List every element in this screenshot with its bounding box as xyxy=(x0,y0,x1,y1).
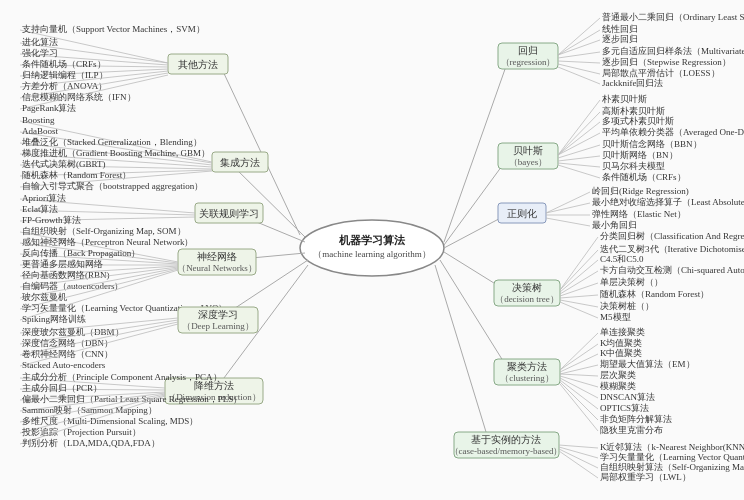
svg-text:期望最大值算法（EM）: 期望最大值算法（EM） xyxy=(600,359,695,369)
svg-text:最小绝对收缩选择算子（Least Absolute Shri: 最小绝对收缩选择算子（Least Absolute Shrinkage and … xyxy=(592,197,744,207)
svg-text:单层决策树（）: 单层决策树（） xyxy=(600,277,663,287)
svg-text:单连接聚类: 单连接聚类 xyxy=(600,327,645,337)
svg-text:Eclat算法: Eclat算法 xyxy=(22,204,59,214)
deep-learning-label: 深度学习 xyxy=(198,309,238,320)
svg-text:Spiking网络训练: Spiking网络训练 xyxy=(22,314,86,324)
svg-text:（bayes）: （bayes） xyxy=(509,157,548,167)
svg-text:深度玻尔兹曼机（DBM）: 深度玻尔兹曼机（DBM） xyxy=(22,327,124,337)
svg-point-1 xyxy=(300,220,444,276)
svg-text:（Neural Networks）: （Neural Networks） xyxy=(177,263,257,273)
svg-text:卷积神经网络（CNN）: 卷积神经网络（CNN） xyxy=(22,349,113,359)
clustering-label: 聚类方法 xyxy=(507,361,547,372)
svg-text:非负矩阵分解算法: 非负矩阵分解算法 xyxy=(600,414,672,424)
decision-tree-label: 决策树 xyxy=(512,282,542,293)
svg-text:随机森林（Random Forest）: 随机森林（Random Forest） xyxy=(600,289,709,299)
svg-text:卡方自动交互检测（Chi-squared Automatic: 卡方自动交互检测（Chi-squared Automatic Interacti… xyxy=(600,265,744,275)
svg-text:岭回归(Ridge Regression): 岭回归(Ridge Regression) xyxy=(592,186,689,196)
svg-text:Jackknife回归法: Jackknife回归法 xyxy=(602,78,663,88)
svg-text:自输入引导式聚合（bootstrapped aggregat: 自输入引导式聚合（bootstrapped aggregation） xyxy=(22,181,203,191)
neural-networks-label: 神经网络 xyxy=(197,251,237,262)
svg-text:高斯朴素贝叶斯: 高斯朴素贝叶斯 xyxy=(602,106,665,116)
svg-text:玻尔兹曼机: 玻尔兹曼机 xyxy=(22,292,67,302)
svg-text:条件随机场（CRFs）: 条件随机场（CRFs） xyxy=(602,172,686,182)
svg-text:学习矢量量化（Learning Vector Quantiz: 学习矢量量化（Learning Vector Quantization，LVQ） xyxy=(600,452,744,462)
svg-text:自组织映射算法（Self-Organizing Map，SO: 自组织映射算法（Self-Organizing Map，SOM） xyxy=(600,462,744,472)
svg-text:多维尺度（Multi-Dimensional Scaling: 多维尺度（Multi-Dimensional Scaling, MDS） xyxy=(22,416,198,426)
svg-text:PageRank算法: PageRank算法 xyxy=(22,103,77,113)
svg-text:逐步回归: 逐步回归 xyxy=(602,34,638,44)
svg-text:主成分分析（Principle Component Anal: 主成分分析（Principle Component Analysis，PCA） xyxy=(22,372,222,382)
svg-text:线性回归: 线性回归 xyxy=(602,24,638,34)
svg-text:C4.5和C5.0: C4.5和C5.0 xyxy=(600,254,644,264)
svg-text:K近邻算法（k-Nearest Neighbor(KNN)）: K近邻算法（k-Nearest Neighbor(KNN)） xyxy=(600,442,744,452)
svg-text:DNSCAN算法: DNSCAN算法 xyxy=(600,392,655,402)
svg-text:普通最小二乘回归（Ordinary Least Square: 普通最小二乘回归（Ordinary Least Square Regressio… xyxy=(602,12,744,22)
svg-text:条件随机场（CRFs）: 条件随机场（CRFs） xyxy=(22,59,106,69)
svg-text:主成分回归（PCR）: 主成分回归（PCR） xyxy=(22,383,102,393)
svg-text:反向传播（Back Propagation）: 反向传播（Back Propagation） xyxy=(22,248,140,258)
svg-text:深度信念网络（DBN）: 深度信念网络（DBN） xyxy=(22,338,113,348)
svg-text:层次聚类: 层次聚类 xyxy=(600,370,636,380)
regression-label: 回归 xyxy=(518,45,538,56)
svg-text:Stacked Auto-encoders: Stacked Auto-encoders xyxy=(22,360,106,370)
svg-text:K均值聚类: K均值聚类 xyxy=(600,338,643,348)
center-subtitle: （machine learning algorithm） xyxy=(313,249,430,259)
svg-text:（case-based/memory-based）: （case-based/memory-based） xyxy=(450,446,563,456)
svg-text:贝叶斯信念网络（BBN）: 贝叶斯信念网络（BBN） xyxy=(602,139,702,149)
svg-text:AdaBoost: AdaBoost xyxy=(22,126,58,136)
svg-text:随机森林（Random Forest）: 随机森林（Random Forest） xyxy=(22,170,131,180)
svg-text:自编码器（autoencoders）: 自编码器（autoencoders） xyxy=(22,281,123,291)
svg-text:（Deep Learning）: （Deep Learning） xyxy=(182,321,254,331)
svg-text:朴素贝叶斯: 朴素贝叶斯 xyxy=(601,94,647,104)
center-title: 机器学习算法 xyxy=(338,234,406,246)
svg-text:K中值聚类: K中值聚类 xyxy=(600,348,643,358)
svg-text:更普通多层感知网络: 更普通多层感知网络 xyxy=(22,259,103,269)
svg-text:FP-Growth算法: FP-Growth算法 xyxy=(22,215,81,225)
svg-text:径向基函数网络(RBN): 径向基函数网络(RBN) xyxy=(22,270,110,280)
svg-text:支持向量机（Support Vector Machines，: 支持向量机（Support Vector Machines，SVM） xyxy=(22,24,205,34)
svg-text:（clustering）: （clustering） xyxy=(500,373,554,383)
bayes-label: 贝叶斯 xyxy=(513,145,543,156)
ensemble-label: 集成方法 xyxy=(220,157,260,168)
svg-text:梯度推进机（Gradient Boosting Machin: 梯度推进机（Gradient Boosting Machine, GBM） xyxy=(21,148,210,158)
svg-text:强化学习: 强化学习 xyxy=(22,48,58,58)
svg-text:方差分析（ANOVA）: 方差分析（ANOVA） xyxy=(22,81,107,91)
svg-text:Boosting: Boosting xyxy=(22,115,55,125)
svg-text:贝叶斯网络（BN）: 贝叶斯网络（BN） xyxy=(602,150,678,160)
svg-text:Sammon映射（Sammon Mapping）: Sammon映射（Sammon Mapping） xyxy=(22,405,157,415)
svg-text:Apriori算法: Apriori算法 xyxy=(22,193,67,203)
svg-text:OPTICS算法: OPTICS算法 xyxy=(600,403,649,413)
svg-text:多元自适应回归样条法（Multivariate Adapti: 多元自适应回归样条法（Multivariate Adaptive Regress… xyxy=(602,46,744,56)
case-based-label: 基于实例的方法 xyxy=(471,434,541,445)
svg-text:局部权重学习（LWL）: 局部权重学习（LWL） xyxy=(600,472,691,482)
svg-text:感知神经网络（Perceptron Neural Netwo: 感知神经网络（Perceptron Neural Network） xyxy=(22,237,193,247)
svg-text:逐步回归（Stepwise Regression）: 逐步回归（Stepwise Regression） xyxy=(602,57,731,67)
svg-text:自组织映射（Self-Organizing Map, SOM: 自组织映射（Self-Organizing Map, SOM） xyxy=(22,226,186,236)
svg-text:分类回归树（Classification And Regre: 分类回归树（Classification And Regression Tree… xyxy=(600,231,744,241)
svg-text:模糊聚类: 模糊聚类 xyxy=(600,381,636,391)
svg-text:判别分析（LDA,MDA,QDA,FDA）: 判别分析（LDA,MDA,QDA,FDA） xyxy=(22,438,160,448)
svg-text:平均单依赖分类器（Averaged One-Dependen: 平均单依赖分类器（Averaged One-Dependence Estimat… xyxy=(602,127,744,137)
svg-text:（decision tree）: （decision tree） xyxy=(495,294,559,304)
svg-text:弹性网络（Elastic Net）: 弹性网络（Elastic Net） xyxy=(592,209,686,219)
svg-text:隐狄里克雷分布: 隐狄里克雷分布 xyxy=(600,425,663,435)
svg-text:偏最小二乘回归（Partial Least Square R: 偏最小二乘回归（Partial Least Square Regression，… xyxy=(22,394,242,404)
svg-text:信息模糊的网络系统（IFN）: 信息模糊的网络系统（IFN） xyxy=(22,92,136,102)
svg-text:决策树桩（）: 决策树桩（） xyxy=(600,301,654,311)
svg-text:归纳逻辑编程（ILP）: 归纳逻辑编程（ILP） xyxy=(22,70,108,80)
svg-text:堆叠泛化（Stacked Generalization，Bl: 堆叠泛化（Stacked Generalization，Blending） xyxy=(21,137,202,147)
mindmap-container: 机器学习算法 （machine learning algorithm） 回归 （… xyxy=(0,0,744,500)
other-methods-label: 其他方法 xyxy=(178,59,218,70)
svg-text:迭代式决策树(GBRT): 迭代式决策树(GBRT) xyxy=(22,159,105,169)
mindmap-svg: 机器学习算法 （machine learning algorithm） 回归 （… xyxy=(0,0,744,500)
svg-text:多项式朴素贝叶斯: 多项式朴素贝叶斯 xyxy=(602,116,674,126)
svg-text:贝马尔科夫模型: 贝马尔科夫模型 xyxy=(602,161,665,171)
svg-text:M5模型: M5模型 xyxy=(600,312,631,322)
association-rules-label: 关联规则学习 xyxy=(199,208,259,219)
svg-text:投影追踪（Projection Pursuit）: 投影追踪（Projection Pursuit） xyxy=(21,427,141,437)
svg-text:局部散点平滑估计（LOESS）: 局部散点平滑估计（LOESS） xyxy=(602,68,720,78)
svg-text:进化算法: 进化算法 xyxy=(22,37,58,47)
svg-text:迭代二叉树3代（Iterative Dichotomiser: 迭代二叉树3代（Iterative Dichotomiser 3，ID3） xyxy=(600,244,744,254)
svg-text:（regression）: （regression） xyxy=(501,57,556,67)
regularization-label: 正则化 xyxy=(507,208,537,219)
